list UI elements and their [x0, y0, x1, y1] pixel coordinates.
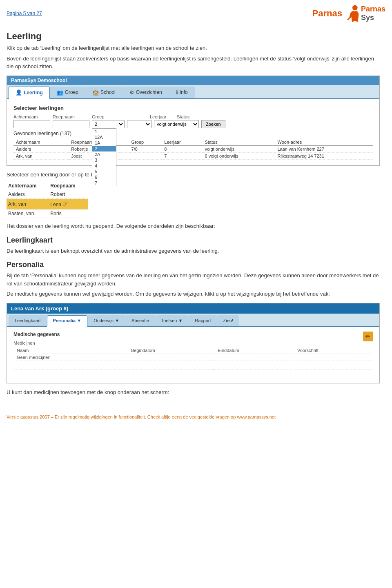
dropdown-item-6[interactable]: 6	[92, 174, 116, 180]
med-row-empty	[13, 361, 373, 369]
col-groep: Groep	[129, 139, 162, 146]
dropdown-item-7[interactable]: 7	[92, 180, 116, 186]
page-header: Pagina 5 van 27 Parnas Parnas Sys	[0, 0, 392, 27]
roepnaam-input[interactable]	[53, 120, 89, 128]
edit-button[interactable]: ✏	[363, 332, 373, 341]
dropdown-item-5[interactable]: 5	[92, 169, 116, 174]
col-label-roepnaam: Roepnaam	[53, 114, 89, 119]
achternaam-input[interactable]	[13, 120, 50, 128]
cell-leerjaar: 7	[162, 152, 202, 159]
med-col-begindatum: Begindatum	[128, 347, 214, 354]
tab2-leerlingkaart[interactable]: Leerlingkaart	[9, 315, 47, 326]
tab-groep[interactable]: 👥 Groep	[50, 87, 85, 98]
results-table: Achternaam Roepnaam Groep Leerjaar Statu…	[13, 139, 373, 160]
tab-overzichten[interactable]: ⚙ Overzichten	[122, 87, 169, 98]
tab2-onderwijs[interactable]: Onderwijs ▼	[87, 315, 125, 326]
med-cell-begindatum	[128, 354, 214, 361]
med-col-naam: Naam	[13, 347, 128, 354]
tab2-rapport[interactable]: Rapport	[189, 315, 217, 326]
dossier-text: Het dossier van de leerling wordt nu geo…	[7, 222, 380, 230]
page-title: Leerling	[7, 31, 380, 42]
school-icon: 🏫	[92, 89, 99, 96]
app-body-1: Selecteer leerlingen Achternaam Roepnaam…	[7, 99, 379, 165]
med-empty-row	[13, 361, 373, 369]
status-select[interactable]: volgt onderwijs	[154, 120, 199, 128]
med-cell-naam: Geen medicijnen	[13, 354, 128, 361]
tab2-absentie[interactable]: Absentie	[125, 315, 155, 326]
pencil-icon: ✏	[365, 333, 370, 340]
tab-leerling-label: Leerling	[24, 90, 43, 96]
groep-select[interactable]: 2	[92, 120, 125, 128]
col-achternaam: Achternaam	[13, 139, 69, 146]
page-number: Pagina 5 van 27	[7, 11, 42, 16]
demo-cell-achternaam: Aalders	[7, 190, 49, 199]
groep-dropdown-container[interactable]: 2 1 12A 1A 2 2A 3 4 5 6 7	[92, 120, 125, 128]
cell-adres: Laan van Kernhem 227	[275, 145, 373, 152]
groep-dropdown-list[interactable]: 1 12A 1A 2 2A 3 4 5 6 7	[92, 128, 116, 186]
cell-achternaam: Ark, van	[13, 152, 69, 159]
cell-status: 6 volgt onderwijs	[202, 152, 275, 159]
tab2-onderwijs-label: Onderwijs ▼	[94, 318, 119, 323]
demo-cell-achternaam: Ark, van	[7, 199, 49, 209]
demo-row[interactable]: Basten, van Boris	[7, 209, 88, 218]
tab-school[interactable]: 🏫 School	[85, 87, 122, 98]
dropdown-item-3[interactable]: 3	[92, 157, 116, 163]
dropdown-item-4[interactable]: 4	[92, 163, 116, 169]
demo-cell-achternaam: Basten, van	[7, 209, 49, 218]
cell-leerjaar: 8	[162, 145, 202, 152]
col-label-achternaam: Achternaam	[13, 114, 50, 119]
med-row: Geen medicijnen	[13, 354, 373, 361]
demo-col-achternaam: Achternaam	[7, 182, 49, 190]
medicijnen-table: Naam Begindatum Einddatum Voorschrift Ge…	[13, 347, 373, 378]
demo-row[interactable]: Aalders Robert	[7, 190, 88, 199]
app-screenshot-1: ParnasSys Demoschool 👤 Leerling 👥 Groep …	[7, 76, 380, 166]
dropdown-item-2a[interactable]: 2A	[92, 151, 116, 157]
dropdown-item-2[interactable]: 2	[92, 146, 116, 151]
demo-cell-roepnaam: Boris	[49, 209, 87, 218]
leerlingkaart-text: De leerlingkaart is een beknopt overzich…	[7, 247, 380, 255]
search-button[interactable]: Zoeken	[201, 120, 225, 128]
demo-table: Achternaam Roepnaam Aalders Robert Ark, …	[7, 182, 88, 218]
med-row-empty2	[13, 369, 373, 378]
gevonden-text: Gevonden leerlingen (137)	[13, 131, 71, 136]
tab2-toetsen[interactable]: Toetsen ▼	[155, 315, 189, 326]
medicijnen-text: U kunt dan medicijnen toevoegen met de k…	[7, 388, 380, 396]
table-row[interactable]: Aalders Robertje 7/8 8 volgt onderwijs L…	[13, 145, 373, 152]
tab2-zien[interactable]: Zien!	[217, 315, 239, 326]
cursor-icon: ☞	[62, 200, 68, 208]
medische-gegevens-title: Medische gegevens	[13, 332, 60, 337]
demo-cell-roepnaam: Robert	[49, 190, 87, 199]
personalia-title: Personalia	[7, 261, 380, 269]
intro-text-1: Klik op de tab ‘Leerling’ om de leerling…	[7, 44, 380, 52]
col-label-status: Status	[177, 114, 189, 119]
app-tabs-2: Leerlingkaart Personalia ▼ Onderwijs ▼ A…	[7, 314, 379, 327]
col-adres: Woon-adres	[275, 139, 373, 146]
tab2-toetsen-label: Toetsen ▼	[161, 318, 183, 323]
med-empty-row2	[13, 369, 373, 378]
app-screenshot-2: Lena van Ark (groep 8) Leerlingkaart Per…	[7, 303, 380, 383]
medicijnen-subtitle: Medicijnen	[13, 341, 60, 345]
col-groepnum	[120, 139, 129, 146]
gevonden-row: Gevonden leerlingen (137)	[13, 131, 373, 136]
col-leerjaar: Leerjaar	[162, 139, 202, 146]
cell-achternaam: Aalders	[13, 145, 69, 152]
overzichten-icon: ⚙	[129, 89, 134, 96]
table-row[interactable]: Ark, van Joost 7 6 volgt onderwijs Rijks…	[13, 152, 373, 159]
tab-overzichten-label: Overzichten	[136, 89, 162, 95]
leerjaar-select[interactable]	[127, 120, 151, 128]
demo-row-highlighted[interactable]: Ark, van Lena ☞	[7, 199, 88, 209]
med-cell-einddatum	[214, 354, 294, 361]
app-body-2: Medische gegevens Medicijnen ✏ Naam Begi…	[7, 327, 379, 383]
tab2-absentie-label: Absentie	[131, 318, 149, 323]
dropdown-item-12a[interactable]: 12A	[92, 134, 116, 140]
app-tabs-1: 👤 Leerling 👥 Groep 🏫 School ⚙ Overzichte…	[7, 85, 379, 99]
tab-leerling[interactable]: 👤 Leerling	[9, 87, 50, 99]
tab-info-label: Info	[180, 89, 188, 95]
personalia-text-2: De medische gegevens kunnen wel gewijzig…	[7, 290, 380, 298]
main-content: Leerling Klik op de tab ‘Leerling’ om de…	[0, 27, 392, 403]
tab-info[interactable]: ℹ Info	[169, 87, 195, 98]
tab2-personalia[interactable]: Personalia ▼	[47, 315, 88, 327]
dropdown-item-1a[interactable]: 1A	[92, 140, 116, 146]
dropdown-item-1[interactable]: 1	[92, 129, 116, 134]
app-titlebar-2: Lena van Ark (groep 8)	[7, 303, 379, 314]
